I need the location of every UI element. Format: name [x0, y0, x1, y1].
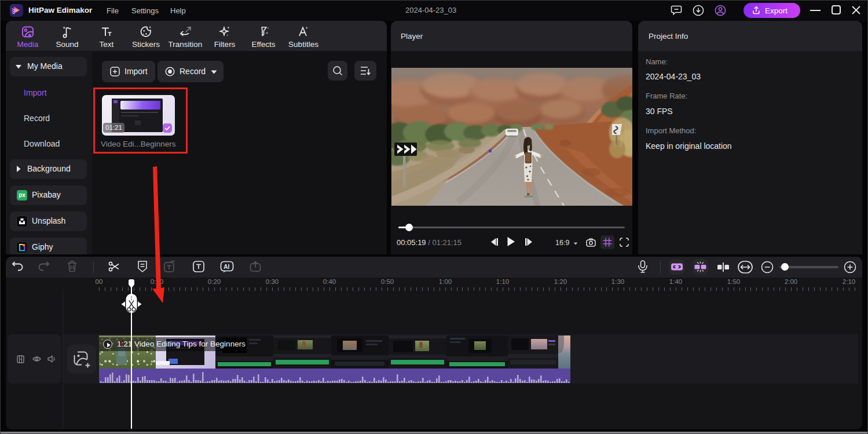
svg-text:AI: AI	[224, 264, 229, 270]
